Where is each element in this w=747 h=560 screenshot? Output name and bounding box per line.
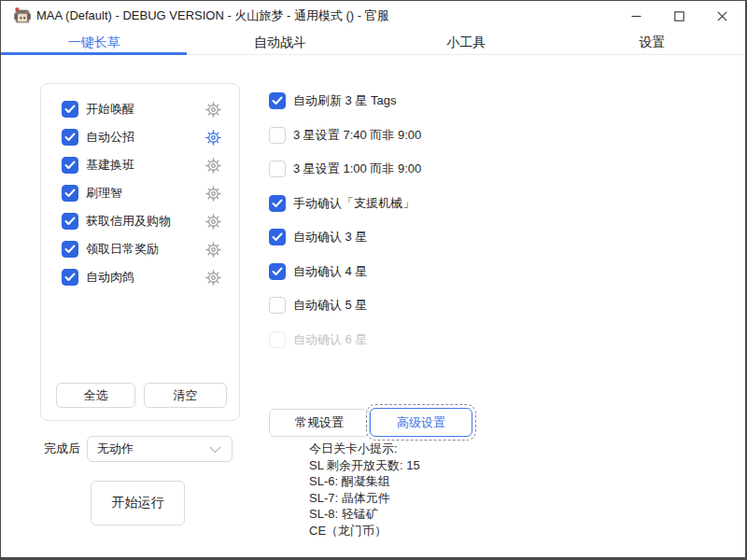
option-auto-confirm-6star[interactable]: 自动确认 6 星 [269,331,421,348]
maximize-icon [674,11,684,21]
app-window: MAA (Default) - DEBUG VERSION - 火山旅梦 - 通… [0,0,747,560]
option-label: 自动刷新 3 星 Tags [293,92,397,109]
option-3star-time-100[interactable]: 3 星设置 1:00 而非 9:00 [269,161,421,177]
tab-copilot[interactable]: 自动战斗 [187,31,373,54]
close-button[interactable] [700,1,743,31]
stage-tips: 今日关卡小提示:SL 剩余开放天数: 15SL-6: 酮凝集组SL-7: 晶体元… [309,441,420,539]
task-list: 开始唤醒 自动公招 [41,95,239,291]
checkmark-icon [272,96,283,105]
task-item-daily-rewards[interactable]: 领取日常奖励 [41,235,239,263]
task-checkbox[interactable] [62,185,78,202]
task-item-credit-shopping[interactable]: 获取信用及购物 [41,207,239,235]
option-label: 3 星设置 7:40 而非 9:00 [293,127,421,144]
gear-icon-wake-up[interactable] [205,102,221,118]
option-checkbox[interactable] [269,195,286,212]
gear-icon-credit-shopping[interactable] [205,214,221,230]
minimize-icon [631,11,641,21]
normal-settings-button[interactable]: 常规设置 [269,409,370,437]
task-item-auto-recruit[interactable]: 自动公招 [41,123,239,151]
start-run-button[interactable]: 开始运行 [91,481,185,525]
task-checkbox[interactable] [62,213,78,230]
select-all-button[interactable]: 全选 [56,383,135,408]
task-label: 开始唤醒 [86,101,205,118]
task-checkbox[interactable] [62,129,78,146]
tip-line: SL-7: 晶体元件 [309,490,420,507]
option-checkbox[interactable] [269,297,286,314]
task-item-infrastructure[interactable]: 基建换班 [41,151,239,179]
tip-line: SL-6: 酮凝集组 [309,473,420,490]
option-checkbox[interactable] [269,92,286,109]
option-auto-confirm-4star[interactable]: 自动确认 4 星 [269,263,421,280]
tab-bar: 一键长草自动战斗小工具设置 [1,31,745,55]
tip-line: SL 剩余开放天数: 15 [309,457,420,474]
checkmark-icon [64,133,76,142]
option-auto-confirm-3star[interactable]: 自动确认 3 星 [269,229,421,245]
option-3star-time-740[interactable]: 3 星设置 7:40 而非 9:00 [269,127,421,144]
gear-icon-roguelike[interactable] [205,270,221,286]
checkmark-icon [272,232,283,242]
checkmark-icon [64,105,76,114]
option-label: 3 星设置 1:00 而非 9:00 [293,161,421,177]
checkmark-icon [64,245,76,254]
tip-line: SL-8: 轻锰矿 [309,506,420,523]
task-label: 自动肉鸽 [86,269,205,286]
option-checkbox[interactable] [269,127,286,144]
clear-button[interactable]: 清空 [144,383,227,408]
recruit-options: 自动刷新 3 星 Tags 3 星设置 7:40 而非 9:00 3 星设置 1… [269,92,421,348]
tab-settings[interactable]: 设置 [559,31,745,54]
option-checkbox[interactable] [269,263,286,280]
title-bar: MAA (Default) - DEBUG VERSION - 火山旅梦 - 通… [1,1,745,31]
maximize-button[interactable] [657,1,700,31]
task-checkbox[interactable] [62,101,78,118]
option-checkbox[interactable] [269,331,286,348]
after-completion-label: 完成后 [44,436,80,462]
option-checkbox[interactable] [269,161,286,177]
window-title: MAA (Default) - DEBUG VERSION - 火山旅梦 - 通… [36,1,389,31]
checkmark-icon [64,217,76,226]
task-item-wake-up[interactable]: 开始唤醒 [41,95,239,123]
checkmark-icon [272,267,283,276]
task-label: 领取日常奖励 [86,241,205,258]
option-label: 自动确认 4 星 [293,263,367,280]
after-completion-value: 无动作 [97,437,134,461]
gear-icon-sanity-farming[interactable] [205,186,221,202]
tab-label: 自动战斗 [254,35,306,49]
task-checkbox[interactable] [62,241,78,258]
option-label: 自动确认 5 星 [293,297,367,314]
task-item-sanity-farming[interactable]: 刷理智 [41,179,239,207]
option-label: 自动确认 6 星 [293,331,367,348]
option-checkbox[interactable] [269,229,286,245]
gear-icon-daily-rewards[interactable] [205,242,221,258]
app-logo-icon [13,7,32,25]
after-completion-select[interactable]: 无动作 [87,436,233,462]
task-label: 自动公招 [86,129,205,146]
advanced-settings-button[interactable]: 高级设置 [370,408,472,437]
option-manual-confirm-support-machine[interactable]: 手动确认「支援机械」 [269,195,421,212]
checkmark-icon [64,161,76,170]
option-auto-confirm-5star[interactable]: 自动确认 5 星 [269,297,421,314]
option-label: 自动确认 3 星 [293,229,367,245]
chevron-down-icon [209,446,221,454]
tab-label: 设置 [639,35,665,49]
window-controls [614,1,743,31]
tip-line: 今日关卡小提示: [309,441,420,457]
option-label: 手动确认「支援机械」 [293,195,415,212]
checkmark-icon [64,189,76,198]
checkmark-icon [64,273,76,282]
tab-farming[interactable]: 一键长草 [1,31,187,54]
tab-label: 一键长草 [68,35,120,49]
gear-icon-auto-recruit[interactable] [205,130,221,146]
option-auto-refresh-3star-tags[interactable]: 自动刷新 3 星 Tags [269,92,421,109]
task-item-roguelike[interactable]: 自动肉鸽 [41,263,239,291]
task-label: 基建换班 [86,157,205,174]
tip-line: CE（龙门币） [309,523,420,539]
minimize-button[interactable] [614,1,657,31]
task-panel: 开始唤醒 自动公招 [40,83,240,421]
close-icon [717,11,727,21]
checkmark-icon [272,199,283,208]
tab-tools[interactable]: 小工具 [374,31,559,54]
task-checkbox[interactable] [62,269,78,286]
gear-icon-infrastructure[interactable] [205,158,221,174]
task-checkbox[interactable] [62,157,78,174]
task-label: 获取信用及购物 [86,213,205,230]
